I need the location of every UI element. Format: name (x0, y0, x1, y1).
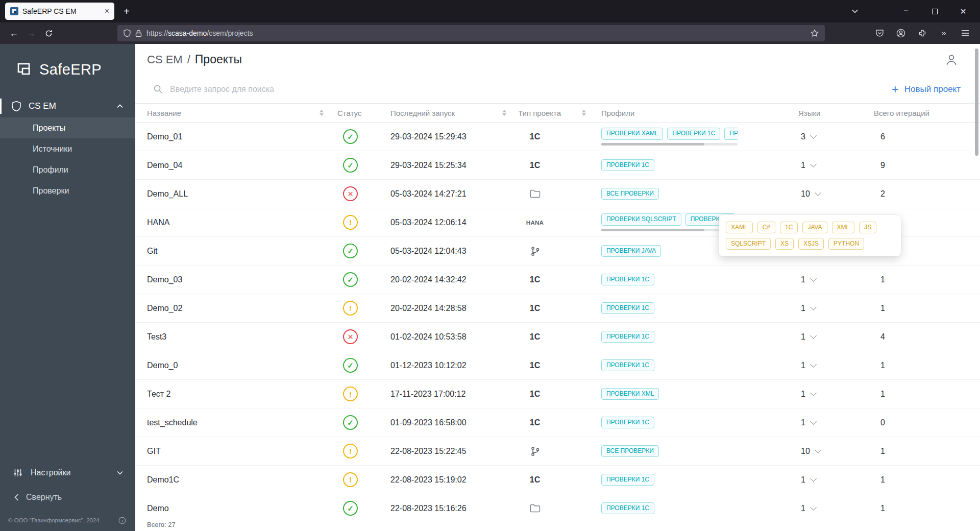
languages-select[interactable]: 1 (789, 361, 860, 370)
languages-select[interactable]: 3 (789, 132, 860, 141)
language-badge[interactable]: 1C (780, 222, 798, 233)
status-cell: ✓ (327, 129, 380, 144)
profiles-scrollbar-thumb[interactable] (601, 229, 704, 231)
table-row[interactable]: Тест 2 ! 17-11-2023 17:00:12 1С ПРОВЕРКИ… (135, 380, 980, 408)
sort-icon[interactable] (320, 110, 324, 116)
project-type-1c-icon: 1С (524, 390, 546, 399)
profile-badges: ПРОВЕРКИ XML (601, 388, 659, 400)
sort-icon[interactable] (582, 110, 586, 116)
languages-select[interactable]: 1 (789, 390, 860, 399)
column-label: Название (147, 109, 181, 117)
tab-close-icon[interactable]: × (105, 7, 109, 15)
table-row[interactable]: Test3 × 01-02-2024 10:53:58 1С ПРОВЕРКИ … (135, 323, 980, 351)
last-run-value: 05-03-2024 14:27:21 (390, 189, 467, 199)
hamburger-menu-icon[interactable] (958, 26, 973, 41)
languages-select[interactable]: 1 (789, 161, 860, 170)
search-input[interactable] (170, 85, 885, 94)
bookmark-star-icon[interactable] (811, 29, 819, 37)
column-header-profiles: Профили (592, 109, 789, 117)
languages-select[interactable]: 10 (789, 189, 860, 199)
table-row[interactable]: Demo_03 ✓ 20-02-2024 14:32:42 1С ПРОВЕРК… (135, 266, 980, 294)
url-bar[interactable]: https://scasa-demo/csem/projects (117, 25, 825, 41)
project-type-1c-icon: 1С (524, 332, 546, 342)
language-badge[interactable]: JAVA (802, 222, 827, 233)
languages-select[interactable]: 1 (789, 304, 860, 313)
language-badge[interactable]: XSJS (798, 238, 824, 250)
sidebar-item-settings[interactable]: Настройки (0, 461, 135, 485)
column-header-name[interactable]: Название (135, 109, 327, 117)
type-cell: 1С (513, 390, 592, 399)
iterations-cell: 1 (860, 504, 980, 513)
language-badge[interactable]: PYTHON (828, 238, 864, 250)
breadcrumb-root[interactable]: CS EM (147, 53, 183, 66)
user-profile-icon[interactable] (945, 53, 958, 66)
profiles-scrollbar[interactable] (601, 229, 738, 231)
sidebar-item-checks[interactable]: Проверки (0, 180, 135, 201)
list-tabs-icon[interactable] (847, 3, 863, 19)
account-icon[interactable] (893, 26, 909, 41)
sidebar-item-sources[interactable]: Источники (0, 138, 135, 159)
new-tab-button[interactable]: + (118, 3, 135, 19)
language-badge[interactable]: XAML (726, 222, 753, 233)
url-text[interactable]: https://scasa-demo/csem/projects (146, 29, 806, 37)
table-row[interactable]: Demo_01 ✓ 29-03-2024 15:29:43 1С ПРОВЕРК… (135, 123, 980, 151)
languages-select[interactable]: 10 (789, 447, 860, 456)
language-badge[interactable]: XML (832, 222, 855, 233)
forward-button[interactable]: → (22, 25, 40, 41)
status-cell: × (327, 186, 380, 201)
iterations-value: 1 (880, 390, 885, 399)
table-row[interactable]: Demo_04 ✓ 29-03-2024 15:25:34 1С ПРОВЕРК… (135, 151, 980, 180)
extensions-icon[interactable] (915, 26, 930, 41)
profile-badges: ПРОВЕРКИ 1С (601, 302, 654, 314)
sort-icon[interactable] (502, 110, 506, 116)
table-row[interactable]: Demo1C ! 22-08-2023 15:19:02 1С ПРОВЕРКИ… (135, 466, 980, 494)
sidebar-item-profiles[interactable]: Профили (0, 159, 135, 180)
languages-select[interactable]: 1 (789, 504, 860, 513)
iterations-cell: 1 (860, 390, 980, 399)
table-row[interactable]: Demo_ALL × 05-03-2024 14:27:21 ВСЕ ПРОВЕ… (135, 180, 980, 208)
languages-select[interactable]: 1 (789, 475, 860, 485)
column-header-type[interactable]: Тип проекта (513, 109, 592, 117)
profile-badges: ПРОВЕРКИ 1С (601, 359, 654, 371)
column-label: Статус (337, 109, 361, 117)
table-row[interactable]: GIT ! 22-08-2023 15:22:45 ВСЕ ПРОВЕРКИ 1… (135, 437, 980, 466)
language-badge[interactable]: XS (775, 238, 794, 250)
maximize-button[interactable] (927, 3, 942, 19)
pocket-icon[interactable] (872, 26, 887, 41)
overflow-menu-icon[interactable]: » (936, 26, 951, 41)
profiles-cell: ПРОВЕРКИ XML (592, 388, 789, 400)
sidebar-collapse-button[interactable]: Свернуть (0, 485, 135, 510)
profile-badge: ПРОВЕ (724, 128, 738, 139)
browser-tab[interactable]: SafeERP CS EM × (5, 3, 114, 20)
table-row[interactable]: Demo_0 ✓ 01-12-2023 10:12:02 1С ПРОВЕРКИ… (135, 351, 980, 380)
table-row[interactable]: test_schedule ✓ 01-09-2023 16:58:00 1С П… (135, 408, 980, 437)
info-icon[interactable] (118, 517, 126, 524)
browser-tab-bar: SafeERP CS EM × + − × (0, 0, 980, 22)
minimize-button[interactable]: − (898, 3, 914, 19)
lock-icon[interactable] (135, 30, 142, 37)
languages-select[interactable]: 1 (789, 275, 860, 284)
page-scrollbar-thumb[interactable] (975, 49, 978, 156)
column-header-last-run[interactable]: Последний запуск (380, 109, 513, 117)
sidebar-item-csem[interactable]: CS EM (0, 95, 135, 117)
table-header: Название Статус Последний запуск Тип про… (135, 104, 980, 123)
table-row[interactable]: Demo_02 ! 20-02-2024 14:28:58 1С ПРОВЕРК… (135, 294, 980, 323)
profiles-scrollbar[interactable] (601, 143, 738, 146)
tracking-protection-shield-icon[interactable] (124, 29, 131, 37)
sidebar-item-projects[interactable]: Проекты (0, 117, 135, 138)
copyright-text: © ООО "Газинформсервис", 2024 (8, 517, 100, 523)
language-badge[interactable]: JS (859, 222, 876, 233)
languages-select[interactable]: 1 (789, 418, 860, 427)
language-badge[interactable]: SQLSCRIPT (726, 238, 771, 250)
project-name: Git (147, 247, 157, 256)
window-close-button[interactable]: × (955, 3, 971, 19)
reload-button[interactable] (40, 25, 57, 41)
profile-badge: ПРОВЕРКИ 1С (601, 474, 654, 486)
project-name-cell: Demo_04 (135, 161, 327, 170)
back-button[interactable]: ← (5, 25, 22, 41)
new-project-button[interactable]: + Новый проект (892, 83, 961, 95)
language-badge[interactable]: C# (757, 222, 775, 233)
languages-select[interactable]: 1 (789, 332, 860, 342)
profiles-cell: ПРОВЕРКИ 1С (592, 274, 789, 285)
profiles-scrollbar-thumb[interactable] (601, 143, 704, 146)
